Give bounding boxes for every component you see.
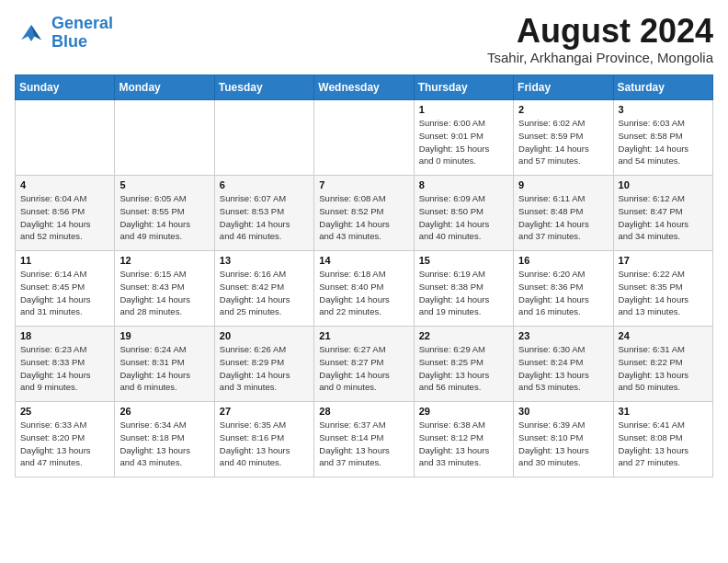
- day-cell: 16Sunrise: 6:20 AM Sunset: 8:36 PM Dayli…: [514, 251, 613, 327]
- day-cell: 5Sunrise: 6:05 AM Sunset: 8:55 PM Daylig…: [115, 176, 214, 251]
- day-info: Sunrise: 6:35 AM Sunset: 8:16 PM Dayligh…: [220, 419, 309, 469]
- day-cell: 8Sunrise: 6:09 AM Sunset: 8:50 PM Daylig…: [414, 176, 513, 251]
- day-cell: 21Sunrise: 6:27 AM Sunset: 8:27 PM Dayli…: [314, 327, 414, 402]
- day-cell: [16, 100, 115, 176]
- day-cell: 17Sunrise: 6:22 AM Sunset: 8:35 PM Dayli…: [613, 251, 712, 327]
- day-number: 15: [419, 255, 508, 266]
- day-cell: 4Sunrise: 6:04 AM Sunset: 8:56 PM Daylig…: [16, 176, 115, 251]
- day-info: Sunrise: 6:27 AM Sunset: 8:27 PM Dayligh…: [319, 343, 408, 394]
- day-number: 13: [220, 255, 309, 266]
- day-number: 21: [319, 330, 408, 341]
- day-number: 24: [619, 330, 708, 341]
- day-info: Sunrise: 6:09 AM Sunset: 8:50 PM Dayligh…: [419, 192, 508, 243]
- title-block: August 2024 Tsahir, Arkhangai Province, …: [487, 15, 713, 65]
- day-info: Sunrise: 6:07 AM Sunset: 8:53 PM Dayligh…: [220, 192, 309, 243]
- day-number: 3: [619, 104, 708, 115]
- day-info: Sunrise: 6:14 AM Sunset: 8:45 PM Dayligh…: [20, 268, 109, 318]
- logo-icon: [15, 17, 48, 50]
- day-cell: 28Sunrise: 6:37 AM Sunset: 8:14 PM Dayli…: [314, 402, 414, 477]
- weekday-header-thursday: Thursday: [414, 75, 513, 100]
- day-number: 28: [319, 406, 408, 417]
- week-row-2: 4Sunrise: 6:04 AM Sunset: 8:56 PM Daylig…: [16, 176, 713, 251]
- logo-line1: General: [51, 14, 113, 32]
- day-cell: 7Sunrise: 6:08 AM Sunset: 8:52 PM Daylig…: [314, 176, 414, 251]
- day-info: Sunrise: 6:16 AM Sunset: 8:42 PM Dayligh…: [220, 268, 309, 318]
- day-cell: 20Sunrise: 6:26 AM Sunset: 8:29 PM Dayli…: [214, 327, 313, 402]
- day-number: 4: [20, 179, 109, 190]
- day-info: Sunrise: 6:39 AM Sunset: 8:10 PM Dayligh…: [518, 419, 608, 469]
- day-info: Sunrise: 6:20 AM Sunset: 8:36 PM Dayligh…: [518, 268, 608, 318]
- day-cell: 24Sunrise: 6:31 AM Sunset: 8:22 PM Dayli…: [613, 327, 712, 402]
- day-number: 9: [518, 179, 608, 190]
- day-number: 10: [619, 179, 708, 190]
- day-info: Sunrise: 6:08 AM Sunset: 8:52 PM Dayligh…: [319, 192, 408, 243]
- day-cell: 12Sunrise: 6:15 AM Sunset: 8:43 PM Dayli…: [115, 251, 214, 327]
- day-info: Sunrise: 6:19 AM Sunset: 8:38 PM Dayligh…: [419, 268, 508, 318]
- week-row-3: 11Sunrise: 6:14 AM Sunset: 8:45 PM Dayli…: [16, 251, 713, 327]
- day-info: Sunrise: 6:03 AM Sunset: 8:58 PM Dayligh…: [619, 117, 708, 167]
- week-row-5: 25Sunrise: 6:33 AM Sunset: 8:20 PM Dayli…: [16, 402, 713, 477]
- day-cell: 23Sunrise: 6:30 AM Sunset: 8:24 PM Dayli…: [514, 327, 613, 402]
- day-info: Sunrise: 6:15 AM Sunset: 8:43 PM Dayligh…: [119, 268, 209, 318]
- day-info: Sunrise: 6:38 AM Sunset: 8:12 PM Dayligh…: [419, 419, 508, 469]
- day-number: 2: [518, 104, 608, 115]
- day-number: 18: [20, 330, 109, 341]
- day-number: 30: [518, 406, 608, 417]
- location-subtitle: Tsahir, Arkhangai Province, Mongolia: [487, 50, 713, 65]
- day-number: 27: [220, 406, 309, 417]
- day-cell: 25Sunrise: 6:33 AM Sunset: 8:20 PM Dayli…: [16, 402, 115, 477]
- day-info: Sunrise: 6:26 AM Sunset: 8:29 PM Dayligh…: [220, 343, 309, 394]
- day-cell: 6Sunrise: 6:07 AM Sunset: 8:53 PM Daylig…: [214, 176, 313, 251]
- day-cell: 22Sunrise: 6:29 AM Sunset: 8:25 PM Dayli…: [414, 327, 513, 402]
- day-info: Sunrise: 6:11 AM Sunset: 8:48 PM Dayligh…: [518, 192, 608, 243]
- weekday-header-friday: Friday: [514, 75, 613, 100]
- day-info: Sunrise: 6:00 AM Sunset: 9:01 PM Dayligh…: [419, 117, 508, 167]
- weekday-header-saturday: Saturday: [613, 75, 712, 100]
- day-info: Sunrise: 6:37 AM Sunset: 8:14 PM Dayligh…: [319, 419, 408, 469]
- day-cell: 30Sunrise: 6:39 AM Sunset: 8:10 PM Dayli…: [514, 402, 613, 477]
- day-info: Sunrise: 6:41 AM Sunset: 8:08 PM Dayligh…: [619, 419, 708, 469]
- day-number: 22: [419, 330, 508, 341]
- day-number: 23: [518, 330, 608, 341]
- logo-line2: Blue: [51, 32, 87, 51]
- day-number: 14: [319, 255, 408, 266]
- day-cell: 18Sunrise: 6:23 AM Sunset: 8:33 PM Dayli…: [16, 327, 115, 402]
- logo: General Blue: [15, 15, 113, 52]
- day-cell: 1Sunrise: 6:00 AM Sunset: 9:01 PM Daylig…: [414, 100, 513, 176]
- day-cell: [314, 100, 414, 176]
- day-number: 17: [619, 255, 708, 266]
- day-info: Sunrise: 6:18 AM Sunset: 8:40 PM Dayligh…: [319, 268, 408, 318]
- day-info: Sunrise: 6:02 AM Sunset: 8:59 PM Dayligh…: [518, 117, 608, 167]
- day-cell: 31Sunrise: 6:41 AM Sunset: 8:08 PM Dayli…: [613, 402, 712, 477]
- day-number: 8: [419, 179, 508, 190]
- day-cell: 10Sunrise: 6:12 AM Sunset: 8:47 PM Dayli…: [613, 176, 712, 251]
- day-number: 29: [419, 406, 508, 417]
- day-cell: 26Sunrise: 6:34 AM Sunset: 8:18 PM Dayli…: [115, 402, 214, 477]
- day-cell: 3Sunrise: 6:03 AM Sunset: 8:58 PM Daylig…: [613, 100, 712, 176]
- day-info: Sunrise: 6:29 AM Sunset: 8:25 PM Dayligh…: [419, 343, 508, 394]
- day-cell: 29Sunrise: 6:38 AM Sunset: 8:12 PM Dayli…: [414, 402, 513, 477]
- day-cell: 15Sunrise: 6:19 AM Sunset: 8:38 PM Dayli…: [414, 251, 513, 327]
- weekday-header-monday: Monday: [115, 75, 214, 100]
- day-number: 6: [220, 179, 309, 190]
- day-number: 25: [20, 406, 109, 417]
- weekday-header-row: SundayMondayTuesdayWednesdayThursdayFrid…: [16, 75, 713, 100]
- day-info: Sunrise: 6:33 AM Sunset: 8:20 PM Dayligh…: [20, 419, 109, 469]
- week-row-4: 18Sunrise: 6:23 AM Sunset: 8:33 PM Dayli…: [16, 327, 713, 402]
- day-cell: 19Sunrise: 6:24 AM Sunset: 8:31 PM Dayli…: [115, 327, 214, 402]
- day-number: 26: [119, 406, 209, 417]
- page-header: General Blue August 2024 Tsahir, Arkhang…: [15, 15, 713, 65]
- weekday-header-sunday: Sunday: [16, 75, 115, 100]
- day-cell: 13Sunrise: 6:16 AM Sunset: 8:42 PM Dayli…: [214, 251, 313, 327]
- day-number: 11: [20, 255, 109, 266]
- day-info: Sunrise: 6:05 AM Sunset: 8:55 PM Dayligh…: [119, 192, 209, 243]
- logo-text: General Blue: [51, 15, 113, 52]
- day-info: Sunrise: 6:22 AM Sunset: 8:35 PM Dayligh…: [619, 268, 708, 318]
- day-cell: 9Sunrise: 6:11 AM Sunset: 8:48 PM Daylig…: [514, 176, 613, 251]
- day-info: Sunrise: 6:23 AM Sunset: 8:33 PM Dayligh…: [20, 343, 109, 394]
- day-number: 7: [319, 179, 408, 190]
- day-info: Sunrise: 6:34 AM Sunset: 8:18 PM Dayligh…: [119, 419, 209, 469]
- day-info: Sunrise: 6:31 AM Sunset: 8:22 PM Dayligh…: [619, 343, 708, 394]
- day-number: 16: [518, 255, 608, 266]
- day-cell: [214, 100, 313, 176]
